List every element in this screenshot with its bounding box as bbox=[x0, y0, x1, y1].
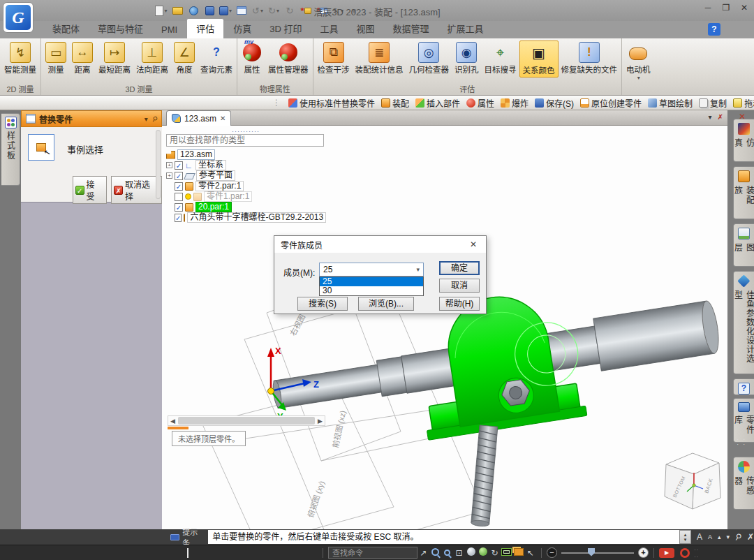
shaded-view-icon[interactable] bbox=[465, 547, 477, 558]
dialog-title-bar[interactable]: 零件族成员 ✕ bbox=[274, 236, 486, 253]
property-manager-button[interactable]: 属性管理器 bbox=[265, 40, 311, 76]
assembly-statistics-button[interactable]: ≣装配统计信息 bbox=[353, 40, 406, 76]
tree-node-bolt[interactable]: ✓ 六角头带十字槽螺栓-GBT29.2-2013 bbox=[175, 212, 325, 223]
font-increase-button[interactable]: A bbox=[697, 532, 702, 542]
rotate-view-icon[interactable]: ↻ bbox=[489, 548, 501, 558]
checkbox-checked[interactable]: ✓ bbox=[175, 182, 183, 191]
help-button[interactable]: ? bbox=[708, 23, 720, 36]
save-cmd-button[interactable]: 保存(S) bbox=[535, 97, 574, 109]
simulation-tab[interactable]: 仿真 bbox=[733, 119, 754, 162]
close-view-button[interactable]: ✗ bbox=[718, 113, 723, 121]
instance-select-button[interactable]: ↖ bbox=[28, 134, 54, 161]
update-links-button[interactable]: * bbox=[316, 4, 328, 17]
geometry-inspector-button[interactable]: ◎几何检查器 bbox=[406, 40, 452, 76]
tree-node-20par[interactable]: ✓ 20.par:1 bbox=[175, 202, 325, 212]
properties-button[interactable]: mv属性 bbox=[239, 40, 265, 76]
scroll-left-icon[interactable]: ◀ bbox=[168, 418, 177, 425]
tab-tools[interactable]: 工具 bbox=[311, 19, 347, 38]
undo-button[interactable]: ↺▾ bbox=[251, 4, 264, 17]
tab-evaluate[interactable]: 评估 bbox=[186, 18, 224, 38]
command-search-input[interactable] bbox=[328, 547, 417, 559]
explode-button[interactable]: 爆炸 bbox=[501, 97, 528, 109]
horizontal-scrollbar[interactable]: ◀ ▶ bbox=[168, 415, 325, 426]
zoom-in-button[interactable]: + bbox=[638, 547, 649, 558]
help-panel-tab[interactable]: ? bbox=[733, 378, 754, 395]
command-redirect-icon[interactable]: ↗ bbox=[417, 548, 429, 558]
checkbox-checked[interactable]: ✓ bbox=[175, 161, 183, 170]
redo-button[interactable]: ↻▾ bbox=[267, 4, 280, 17]
play-button[interactable]: ▶ bbox=[659, 548, 674, 558]
threaded-rod[interactable] bbox=[471, 425, 497, 527]
checkbox-checked[interactable]: ✓ bbox=[175, 214, 182, 222]
assemble-button[interactable]: 装配 bbox=[381, 97, 409, 109]
visual-styles-icon[interactable] bbox=[477, 547, 489, 558]
tab-data-management[interactable]: 数据管理 bbox=[383, 19, 438, 38]
sketch-button[interactable]: 草图绘制 bbox=[648, 97, 693, 109]
open-button[interactable] bbox=[171, 4, 184, 17]
zoom-slider[interactable] bbox=[561, 552, 634, 554]
close-button[interactable]: ✕ bbox=[739, 3, 750, 13]
angle-button[interactable]: ∠角度 bbox=[171, 40, 198, 76]
minimize-button[interactable]: ─ bbox=[702, 3, 714, 13]
cancel-selection-button[interactable]: ✗取消选择 bbox=[111, 176, 162, 204]
style-box-tab[interactable]: 样式板 bbox=[1, 113, 20, 186]
select-grid-icon[interactable]: ↖ bbox=[524, 548, 536, 558]
assembly-family-tab[interactable]: 装配族 bbox=[733, 166, 754, 219]
panel-scrollbar[interactable] bbox=[156, 130, 161, 199]
save-button[interactable] bbox=[203, 4, 216, 17]
repeat-button[interactable]: ↻ bbox=[283, 4, 296, 17]
3d-viewport[interactable]: 右视图 (yz) 前视图 (xz) 俯视图 (xy) bbox=[162, 126, 727, 529]
search-dialog-button[interactable]: 搜索(S) bbox=[297, 297, 348, 311]
sensors-tab[interactable]: 传感器 bbox=[733, 457, 754, 510]
app-logo[interactable]: G bbox=[3, 2, 34, 33]
create-in-place-button[interactable]: 原位创建零件 bbox=[580, 97, 642, 109]
relation-colors-button[interactable]: ▣关系颜色 bbox=[519, 40, 559, 78]
query-element-button[interactable]: ?查询元素 bbox=[198, 40, 235, 76]
font-decrease-button[interactable]: A bbox=[708, 533, 712, 540]
tree-node-coordinate-system[interactable]: + ✓ ∟ 坐标系 bbox=[166, 160, 325, 170]
tab-pmi[interactable]: PMI bbox=[152, 22, 186, 38]
expand-down-button[interactable]: ▾ bbox=[727, 533, 730, 540]
scroll-right-icon[interactable]: ▶ bbox=[316, 418, 325, 425]
zoom-icon[interactable] bbox=[441, 548, 453, 558]
browse-button[interactable]: 浏览(B)... bbox=[358, 297, 414, 311]
normal-distance-button[interactable]: ⊥法向距离 bbox=[133, 40, 171, 76]
pin-prompt-button[interactable]: ⚲ bbox=[733, 531, 744, 543]
expand-icon[interactable]: + bbox=[166, 162, 172, 168]
layers-tab[interactable]: 图层 bbox=[733, 223, 754, 267]
document-tab[interactable]: 123.asm ✕ bbox=[166, 110, 231, 126]
save-as-button[interactable]: ▾ bbox=[219, 4, 232, 17]
strip-splitter[interactable]: ∙ ∙∙ ∙ bbox=[734, 437, 748, 447]
min-distance-button[interactable]: ↦最短距离 bbox=[96, 40, 133, 76]
component-search-input[interactable] bbox=[166, 134, 324, 147]
customize-qat-button[interactable]: ▾ bbox=[348, 4, 360, 17]
tab-assembly[interactable]: 装配体 bbox=[43, 19, 89, 38]
close-tab-icon[interactable]: ✕ bbox=[220, 115, 226, 122]
screen-style-icon[interactable] bbox=[501, 548, 512, 558]
parametric-design-tab[interactable]: 佳鱼参数化设计选型 bbox=[733, 271, 754, 374]
maximize-button[interactable]: ❐ bbox=[720, 3, 732, 13]
recognize-holes-button[interactable]: ◉识别孔 bbox=[452, 40, 482, 76]
dropdown-option-25[interactable]: 25 bbox=[320, 277, 423, 286]
tree-node-part1[interactable]: 零件1.par:1 bbox=[175, 191, 325, 202]
close-prompt-button[interactable]: ✗ bbox=[747, 532, 754, 542]
distance-button[interactable]: ↔距离 bbox=[69, 40, 96, 76]
target-search-button[interactable]: ⌖目标搜寻 bbox=[482, 40, 519, 76]
smart-measure-button[interactable]: ↯智能测量 bbox=[1, 40, 39, 76]
tab-view[interactable]: 视图 bbox=[347, 19, 383, 38]
tab-sketch-feature[interactable]: 草图与特征 bbox=[89, 19, 152, 38]
tab-simulation[interactable]: 仿真 bbox=[224, 19, 260, 38]
dialog-close-button[interactable]: ✕ bbox=[467, 240, 480, 249]
expand-icon[interactable]: + bbox=[166, 172, 172, 179]
select-tool-button[interactable]: ↖▾ bbox=[332, 4, 344, 17]
cancel-button[interactable]: 取消 bbox=[439, 279, 480, 293]
properties-cmd-button[interactable]: 属性 bbox=[466, 97, 494, 109]
ok-button[interactable]: 确定 bbox=[439, 261, 480, 275]
collapse-up-button[interactable]: ▴ bbox=[718, 533, 721, 540]
tab-list-button[interactable]: ▾ bbox=[709, 113, 712, 121]
prompt-history-spinner[interactable]: ▴▾ bbox=[679, 530, 691, 544]
tree-root[interactable]: 123.asm bbox=[166, 149, 325, 160]
copy-button[interactable]: 复制 bbox=[699, 97, 727, 109]
view-cube[interactable]: BOTTOM BACK bbox=[665, 453, 720, 509]
panel-collapse-button[interactable]: ▾ bbox=[145, 115, 148, 123]
